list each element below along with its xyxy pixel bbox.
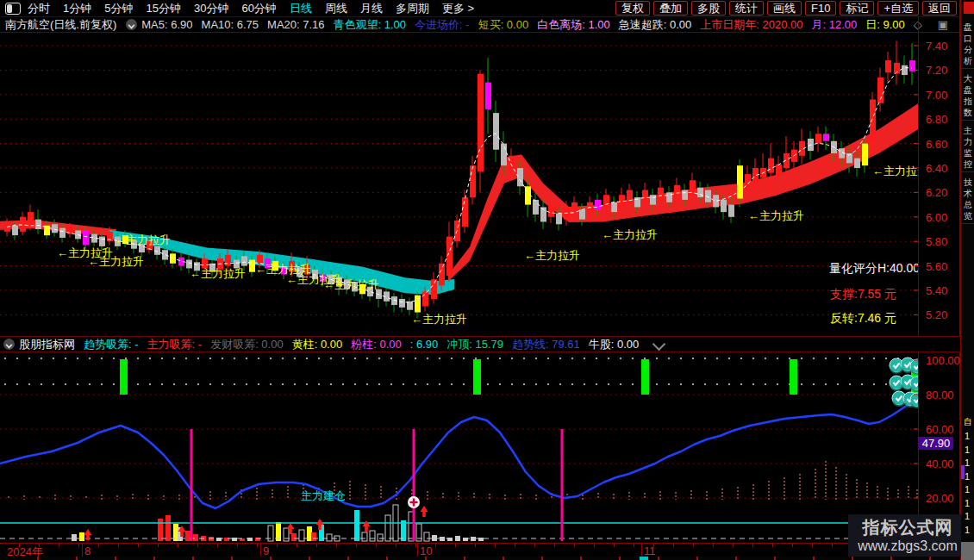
sidebar-digit[interactable]: 1 <box>965 525 970 535</box>
menu-item-2[interactable]: 5分钟 <box>104 2 133 15</box>
sidebar-digit[interactable]: 1 <box>965 471 970 482</box>
sidebar-glyph[interactable]: 技 <box>964 177 974 187</box>
scrollbar-thumb[interactable] <box>961 542 974 560</box>
sidebar-glyph[interactable]: 析 <box>964 56 974 65</box>
sidebar-digit[interactable]: 1 <box>965 445 970 455</box>
menu-item-7[interactable]: 周线 <box>325 2 347 15</box>
price-tick: 5.20 <box>926 308 947 321</box>
date-label-3: 10 <box>420 544 432 557</box>
sidebar-glyph[interactable]: 总 <box>964 200 974 209</box>
watermark-site-name: 指标公式网 <box>863 518 953 538</box>
annotation-6: ←主力拉升 <box>323 278 379 291</box>
sidebar-digit[interactable]: 1 <box>965 457 970 468</box>
collapse-chevron-icon[interactable] <box>652 338 666 352</box>
menu-item-9[interactable]: 多周期 <box>396 2 429 15</box>
info-field-6: 白色离场: 1.00 <box>537 18 610 31</box>
indicator-tick: 20.00 <box>926 492 954 505</box>
sidebar-red-box <box>964 2 974 14</box>
sidebar-digit[interactable]: 1 <box>965 484 970 495</box>
toolbar-button-6[interactable]: 标记 <box>840 1 874 16</box>
sidebar-glyph[interactable]: 控 <box>964 159 974 169</box>
sidebar-glyph[interactable]: 大 <box>964 74 974 84</box>
sidebar-digit[interactable]: 1 <box>965 498 970 508</box>
sidebar-accent-glyph[interactable]: 自 <box>964 417 974 426</box>
menu-item-0[interactable]: 分时 <box>28 2 50 15</box>
sidebar-glyph[interactable]: 力 <box>964 137 974 146</box>
price-tick: 5.40 <box>926 284 947 297</box>
annotation-8: ←主力拉升 <box>524 249 580 262</box>
menu-item-6[interactable]: 日线 <box>290 2 312 15</box>
sub-field-8: 牛股: 0.00 <box>589 338 640 351</box>
period-menu: 分时1分钟5分钟15分钟30分钟60分钟日线周线月线多周期更多 > <box>28 1 487 16</box>
sub-field-5: : 6.90 <box>410 338 439 351</box>
toolbar-button-4[interactable]: 画线 <box>767 1 802 16</box>
watermark-url: www.zbgs3.com <box>858 538 958 554</box>
annotation-11: ←主力拉升 <box>872 165 918 177</box>
price-tick: 5.80 <box>926 235 947 248</box>
price-tick: 7.00 <box>926 89 947 102</box>
buy-arrow-icon <box>421 506 428 517</box>
info-field-3: 青色观望: 1.00 <box>334 18 407 31</box>
sidebar-glyph[interactable]: 分 <box>964 45 974 54</box>
sidebar-digit[interactable]: 1 <box>965 511 970 521</box>
trend-blue-line <box>0 396 918 508</box>
toolbar-button-5[interactable]: F10 <box>805 1 836 16</box>
sidebar-glyph[interactable]: 数 <box>964 108 974 117</box>
price-tick: 7.20 <box>926 64 947 77</box>
sub-indicator-header: 股朋指标网 趋势吸筹: -主力吸筹: -发财吸筹: 0.00黄柱: 0.00粉柱… <box>0 336 960 352</box>
info-field-7: 急速超跌: 0.00 <box>619 18 692 31</box>
sub-field-6: 冲顶: 15.79 <box>446 338 503 351</box>
toolbar-button-2[interactable]: 多股 <box>691 1 726 16</box>
jiancang-label: 主力建仓 <box>301 489 346 502</box>
sub-field-2: 发财吸筹: 0.00 <box>210 338 284 351</box>
indicator-tick: 100.00 <box>926 354 960 367</box>
price-axis: 7.407.207.006.806.606.406.206.005.805.60… <box>919 33 959 336</box>
sidebar-glyph[interactable]: 术 <box>964 189 974 198</box>
chevron-down-icon[interactable] <box>126 19 137 30</box>
annotation-10: ←主力拉升 <box>748 209 804 222</box>
sub-field-7: 趋势线: 79.61 <box>512 338 580 351</box>
annotation-2: ←主力拉升 <box>115 233 171 246</box>
menu-item-3[interactable]: 15分钟 <box>146 2 180 15</box>
indicator-values: MA5: 6.90MA10: 6.75MA20: 7.16青色观望: 1.00今… <box>141 17 913 33</box>
stock-title: 南方航空(日线.前复权) <box>5 17 116 33</box>
date-label-1: 8 <box>84 544 91 557</box>
price-tick: 6.80 <box>926 113 947 126</box>
sidebar-glyph[interactable]: 览 <box>964 211 974 221</box>
toolbar-button-7[interactable]: +自选 <box>877 1 919 16</box>
date-label-2: 9 <box>263 544 269 557</box>
chevron-down-icon[interactable] <box>3 339 15 350</box>
info-field-4: 今进场价: - <box>415 18 470 31</box>
watermark: 指标公式网 www.zbgs3.com <box>848 514 967 557</box>
menu-item-8[interactable]: 月线 <box>360 2 383 15</box>
toolbar-button-0[interactable]: 复权 <box>615 1 650 16</box>
window-icon[interactable] <box>5 3 21 15</box>
menu-item-10[interactable]: 更多 > <box>442 2 474 15</box>
info-field-9: 月: 12.00 <box>811 18 857 31</box>
toolbar-button-8[interactable]: 返回 <box>922 1 957 16</box>
toolbar-buttons: 复权叠加多股统计画线F10标记+自选返回 <box>615 1 957 16</box>
toolbar-button-1[interactable]: 叠加 <box>653 1 688 16</box>
sidebar-glyph[interactable]: 主 <box>964 126 974 135</box>
menu-item-5[interactable]: 60分钟 <box>241 2 276 15</box>
menu-item-4[interactable]: 30分钟 <box>194 2 228 15</box>
info-field-0: MA5: 6.90 <box>141 18 192 31</box>
trading-app-window: 分时1分钟5分钟15分钟30分钟60分钟日线周线月线多周期更多 > 复权叠加多股… <box>0 0 974 560</box>
sidebar-digit[interactable]: 1 <box>965 431 970 441</box>
green-signal-bar <box>641 359 649 395</box>
green-signal-bar <box>120 359 128 395</box>
sidebar-glyph[interactable]: 指 <box>964 96 974 106</box>
buy-arrow-icon <box>84 529 92 540</box>
main-candlestick-chart[interactable]: ←主力拉升←主力拉升←主力拉升←主力拉升←主力拉升←主力拉升←主力拉升←主力拉升… <box>0 33 918 336</box>
toolbar-button-3[interactable]: 统计 <box>729 1 764 16</box>
sidebar-glyph[interactable]: 口 <box>964 34 974 43</box>
menu-item-1[interactable]: 1分钟 <box>63 2 91 15</box>
right-sidebar-strip[interactable]: 盘口分析大盘指数主力监控技术总览自11111111 <box>961 0 974 560</box>
sub-indicator-values: 趋势吸筹: -主力吸筹: -发财吸筹: 0.00黄柱: 0.00粉柱: 0.00… <box>84 337 647 352</box>
sub-field-4: 粉柱: 0.00 <box>351 338 402 351</box>
layout-icon[interactable]: ▣ <box>938 18 948 31</box>
sub-indicator-chart[interactable]: 主力建仓 <box>0 352 918 543</box>
sidebar-glyph[interactable]: 盘 <box>964 22 974 32</box>
sidebar-glyph[interactable]: 监 <box>964 148 974 158</box>
sidebar-glyph[interactable]: 盘 <box>964 85 974 95</box>
